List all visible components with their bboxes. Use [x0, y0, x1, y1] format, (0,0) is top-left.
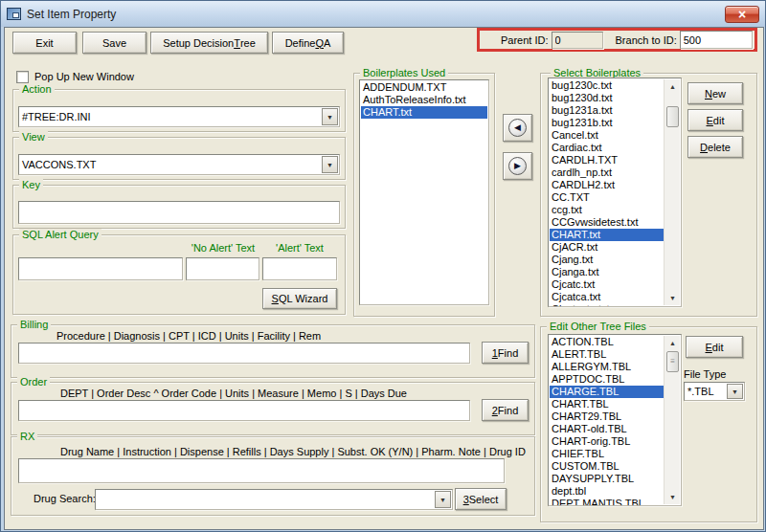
- save-button[interactable]: Save: [82, 32, 146, 54]
- list-item[interactable]: bug1231a.txt: [550, 104, 664, 117]
- window-title: Set Item Property: [27, 8, 116, 21]
- list-item[interactable]: CC.TXT: [550, 191, 664, 204]
- define-qa-button[interactable]: Define QA: [272, 32, 344, 54]
- dialog-client-area: Exit Save Setup Decision Tree Define QA …: [4, 27, 764, 530]
- delete-button[interactable]: Delete: [687, 136, 743, 158]
- view-value: VACCONS.TXT: [22, 159, 96, 170]
- setup-decision-tree-button[interactable]: Setup Decision Tree: [150, 32, 268, 54]
- list-item[interactable]: CHART-old.TBL: [550, 423, 664, 435]
- list-item[interactable]: ACTION.TBL: [550, 336, 664, 348]
- branch-to-id-field[interactable]: [680, 31, 753, 49]
- list-item[interactable]: AuthToReleaseInfo.txt: [361, 94, 487, 106]
- list-item[interactable]: CARDLH.TXT: [550, 154, 664, 166]
- list-item[interactable]: Cancel.txt: [550, 129, 664, 142]
- list-item[interactable]: CHART.TBL: [550, 398, 664, 410]
- chevron-down-icon[interactable]: ▼: [322, 156, 338, 173]
- list-item[interactable]: ALERT.TBL: [550, 348, 664, 361]
- scrollbar-thumb[interactable]: [666, 106, 679, 127]
- list-item[interactable]: CHART.txt: [361, 106, 487, 119]
- list-item[interactable]: CHART29.TBL: [550, 410, 664, 423]
- window-icon: [7, 8, 21, 20]
- drug-search-combo[interactable]: ▼: [95, 489, 453, 510]
- list-item[interactable]: DAYSUPPLY.TBL: [550, 473, 664, 485]
- list-item[interactable]: CHART-orig.TBL: [550, 435, 664, 448]
- exit-button[interactable]: Exit: [12, 32, 77, 54]
- key-field[interactable]: [18, 201, 340, 224]
- alert-text-field[interactable]: [262, 257, 337, 280]
- tree-files-list[interactable]: ACTION.TBLALERT.TBLALLERGYM.TBLAPPTDOC.T…: [548, 334, 682, 506]
- list-item[interactable]: CHART.txt: [550, 229, 664, 241]
- list-item[interactable]: Cjanga.txt: [550, 266, 664, 278]
- list-item[interactable]: Cjcatca.txt: [550, 291, 664, 303]
- file-type-combo[interactable]: *.TBL ▼: [684, 382, 745, 401]
- move-right-button[interactable]: ▶: [503, 152, 532, 180]
- file-type-value: *.TBL: [687, 386, 714, 397]
- list-item[interactable]: cardlh_np.txt: [550, 166, 664, 179]
- rx-field[interactable]: [18, 458, 505, 483]
- chevron-down-icon[interactable]: ▼: [435, 491, 451, 508]
- list-item[interactable]: Cjcatcata.txt: [550, 303, 664, 306]
- list-item[interactable]: Cardiac.txt: [550, 142, 664, 154]
- list-item[interactable]: bug1231b.txt: [550, 117, 664, 129]
- list-item[interactable]: ALLERGYM.TBL: [550, 361, 664, 373]
- edit-boilerplate-button[interactable]: Edit: [687, 109, 743, 131]
- rx-group-label: RX: [17, 431, 37, 442]
- no-alert-text-label: 'No Alert' Text: [185, 242, 261, 254]
- list-item[interactable]: CjACR.txt: [550, 241, 664, 254]
- chevron-down-icon[interactable]: ▼: [727, 384, 743, 399]
- sql-query-field[interactable]: [18, 257, 183, 280]
- order-find-button[interactable]: 2 Find: [482, 399, 529, 421]
- edit-tree-file-button[interactable]: Edit: [686, 336, 743, 358]
- alert-text-label: 'Alert' Text: [263, 242, 336, 254]
- view-combo[interactable]: VACCONS.TXT ▼: [18, 154, 340, 175]
- billing-field[interactable]: [18, 343, 470, 364]
- scroll-up-icon[interactable]: ▲: [665, 79, 681, 94]
- action-combo[interactable]: #TREE:DR.INI ▼: [18, 106, 340, 127]
- arrow-left-icon: ◀: [508, 119, 527, 137]
- list-item[interactable]: CUSTOM.TBL: [550, 460, 664, 473]
- move-left-button[interactable]: ◀: [503, 114, 532, 142]
- scrollbar-thumb[interactable]: ≡: [666, 351, 679, 372]
- billing-find-button[interactable]: 1 Find: [482, 342, 529, 364]
- list-item[interactable]: ADDENDUM.TXT: [361, 81, 487, 94]
- billing-group-label: Billing: [17, 319, 51, 330]
- scroll-up-icon[interactable]: ▲: [665, 336, 681, 350]
- title-bar: Set Item Property ×: [1, 1, 765, 27]
- arrow-right-icon: ▶: [508, 157, 527, 175]
- list-item[interactable]: bug1230c.txt: [550, 79, 664, 92]
- list-item[interactable]: DEPT MANTIS.TBL: [550, 498, 664, 505]
- list-item[interactable]: CHIEF.TBL: [550, 448, 664, 460]
- scroll-down-icon[interactable]: ▼: [665, 490, 681, 504]
- file-type-label: File Type: [684, 368, 726, 380]
- order-columns-label: DEPT | Order Desc ^ Order Code | Units |…: [60, 388, 407, 399]
- boilerplates-used-list[interactable]: ADDENDUM.TXTAuthToReleaseInfo.txtCHART.t…: [359, 79, 489, 305]
- tree-files-scrollbar[interactable]: ▲ ≡ ▼: [664, 336, 680, 504]
- list-item[interactable]: ccg.txt: [550, 204, 664, 216]
- select-boilerplates-list[interactable]: bug1230c.txtbug1230d.txtbug1231a.txtbug1…: [548, 78, 682, 307]
- list-item[interactable]: CHARGE.TBL: [550, 386, 664, 398]
- list-item[interactable]: bug1230d.txt: [550, 92, 664, 104]
- sql-wizard-button[interactable]: SQL Wizard: [262, 288, 337, 309]
- set-item-property-window: Set Item Property × Exit Save Setup Deci…: [0, 0, 766, 532]
- rx-columns-label: Drug Name | Instruction | Dispense | Ref…: [60, 446, 526, 457]
- new-button[interactable]: New: [687, 82, 743, 104]
- list-item[interactable]: APPTDOC.TBL: [550, 373, 664, 386]
- close-icon: ×: [738, 8, 746, 21]
- select-boilerplates-scrollbar[interactable]: ▲ ▼: [664, 79, 680, 305]
- list-item[interactable]: CARDLH2.txt: [550, 179, 664, 191]
- parent-id-label: Parent ID:: [501, 34, 549, 46]
- scroll-down-icon[interactable]: ▼: [665, 291, 681, 305]
- close-button[interactable]: ×: [725, 6, 759, 23]
- action-value: #TREE:DR.INI: [22, 111, 91, 122]
- list-item[interactable]: Cjang.txt: [550, 254, 664, 266]
- list-item[interactable]: dept.tbl: [550, 485, 664, 498]
- order-field[interactable]: [18, 400, 470, 421]
- boilerplates-used-group-label: Boilerplates Used: [360, 67, 448, 78]
- list-item[interactable]: CCGvwsidetest.txt: [550, 216, 664, 229]
- chevron-down-icon[interactable]: ▼: [322, 108, 338, 125]
- list-item[interactable]: Cjcatc.txt: [550, 278, 664, 291]
- no-alert-text-field[interactable]: [186, 257, 259, 280]
- popup-new-window-checkbox[interactable]: [16, 71, 29, 83]
- parent-id-field[interactable]: [552, 32, 603, 49]
- drug-select-button[interactable]: 3 Select: [455, 488, 507, 510]
